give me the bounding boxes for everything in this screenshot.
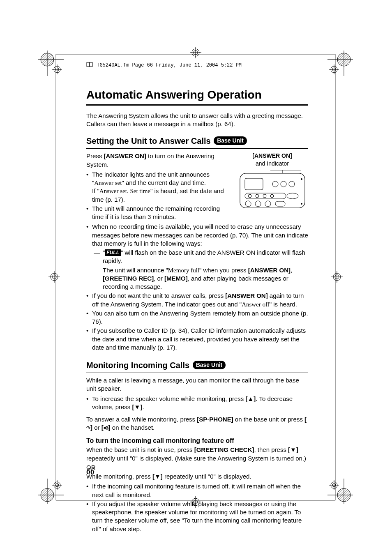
svg-point-61 xyxy=(289,181,295,187)
header-text: TG5240AL.fm Page 66 Friday, June 11, 200… xyxy=(97,62,242,68)
turn-off-para2: While monitoring, press [▼] repeatedly u… xyxy=(86,472,308,481)
page-title: Automatic Answering Operation xyxy=(86,87,308,103)
bullet-remaining-time: The unit will announce the remaining rec… xyxy=(86,205,228,221)
svg-point-65 xyxy=(263,194,266,198)
svg-rect-53 xyxy=(87,62,90,67)
svg-rect-54 xyxy=(90,62,92,67)
svg-rect-58 xyxy=(245,178,263,190)
page-content: TG5240AL.fm Page 66 Friday, June 11, 200… xyxy=(86,62,308,534)
section2-intro: While a caller is leaving a message, you… xyxy=(86,376,308,393)
device-callout: [ANSWER ON] and Indicator xyxy=(236,152,308,222)
frame-header: TG5240AL.fm Page 66 Friday, June 11, 200… xyxy=(86,62,308,69)
svg-point-64 xyxy=(256,194,259,198)
bullet-volume: To increase the speaker volume while mon… xyxy=(86,395,308,412)
section2-title-text: Monitoring Incoming Calls xyxy=(86,361,189,370)
section1-body: Press [ANSWER ON] to turn on the Answeri… xyxy=(86,152,228,222)
dash-memory-full: The unit will announce "Memory full" whe… xyxy=(92,266,308,291)
section-setting-title: Setting the Unit to Answer Calls Base Un… xyxy=(86,136,308,147)
turn-off-para1: When the base unit is not in use, press … xyxy=(86,446,308,463)
or-text: OR xyxy=(86,463,308,472)
dash-full-flash: "FULL" will flash on the base unit and t… xyxy=(92,249,308,265)
press-instruction: Press [ANSWER ON] to turn on the Answeri… xyxy=(86,152,228,169)
svg-rect-55 xyxy=(240,173,305,208)
bullet-turn-off: If you do not want the unit to answer ca… xyxy=(86,292,308,309)
base-unit-illustration xyxy=(238,170,307,211)
bullet-remains-off: If the incoming call monitoring feature … xyxy=(86,482,308,499)
svg-point-69 xyxy=(255,201,261,207)
section-rule xyxy=(86,148,308,149)
title-rule xyxy=(86,104,308,106)
svg-point-70 xyxy=(265,201,271,207)
turn-off-subhead: To turn the incoming call monitoring fea… xyxy=(86,436,308,445)
svg-rect-71 xyxy=(275,201,285,206)
talk-icon: ↷ xyxy=(86,425,90,431)
base-unit-badge: Base Unit xyxy=(214,136,247,145)
bullet-indicator: The indicator lights and the unit announ… xyxy=(86,170,228,204)
svg-rect-62 xyxy=(245,193,286,199)
answer-on-key: [ANSWER ON] xyxy=(104,152,146,159)
book-icon xyxy=(86,62,94,67)
svg-point-59 xyxy=(272,181,278,187)
bullet-callerid: If you subscribe to Caller ID (p. 34), C… xyxy=(86,327,308,352)
bullet-adjust-volume: If you adjust the speaker volume while p… xyxy=(86,500,308,533)
svg-point-66 xyxy=(270,194,274,198)
bullet-remote: You can also turn on the Answering Syste… xyxy=(86,309,308,326)
svg-point-73 xyxy=(301,203,302,205)
svg-point-67 xyxy=(287,193,298,199)
intro-paragraph: The Answering System allows the unit to … xyxy=(86,112,308,129)
svg-point-68 xyxy=(245,201,251,207)
callout-key: [ANSWER ON] xyxy=(252,152,292,159)
svg-point-63 xyxy=(248,194,251,198)
callout-sub: and Indicator xyxy=(256,160,289,167)
page-number: 66 xyxy=(86,466,95,477)
section2-rule xyxy=(86,373,308,373)
answer-call-para: To answer a call while monitoring, press… xyxy=(86,415,308,432)
full-badge: FULL xyxy=(105,249,121,256)
bullet-no-recording-time: When no recording time is available, you… xyxy=(86,223,308,291)
section1-title-text: Setting the Unit to Answer Calls xyxy=(86,136,211,145)
svg-point-72 xyxy=(301,178,302,180)
base-unit-badge-2: Base Unit xyxy=(193,361,226,369)
speaker-icon: 🕬 xyxy=(104,425,108,431)
section-monitoring-title: Monitoring Incoming Calls Base Unit xyxy=(86,360,308,371)
svg-point-60 xyxy=(281,181,286,187)
